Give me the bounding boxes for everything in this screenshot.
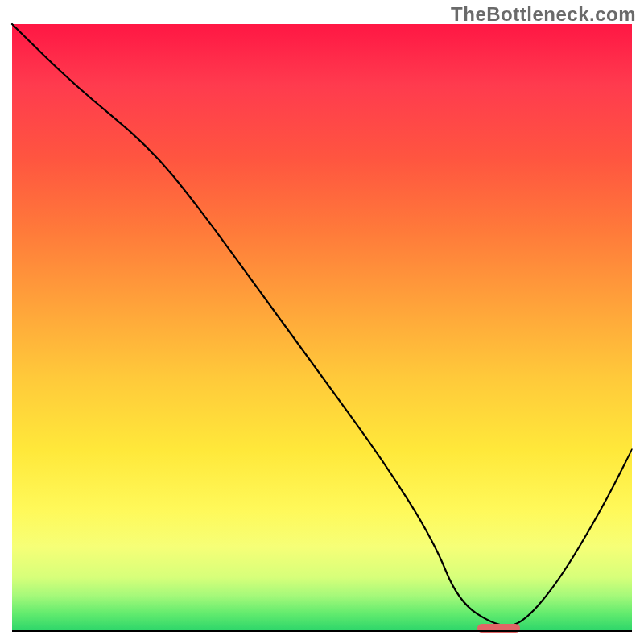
- curve-layer: [12, 24, 632, 632]
- chart-container: TheBottleneck.com: [0, 0, 644, 644]
- plot-area: [12, 24, 632, 632]
- bottleneck-curve: [12, 24, 632, 626]
- watermark-label: TheBottleneck.com: [451, 3, 636, 26]
- x-axis-line: [12, 630, 632, 632]
